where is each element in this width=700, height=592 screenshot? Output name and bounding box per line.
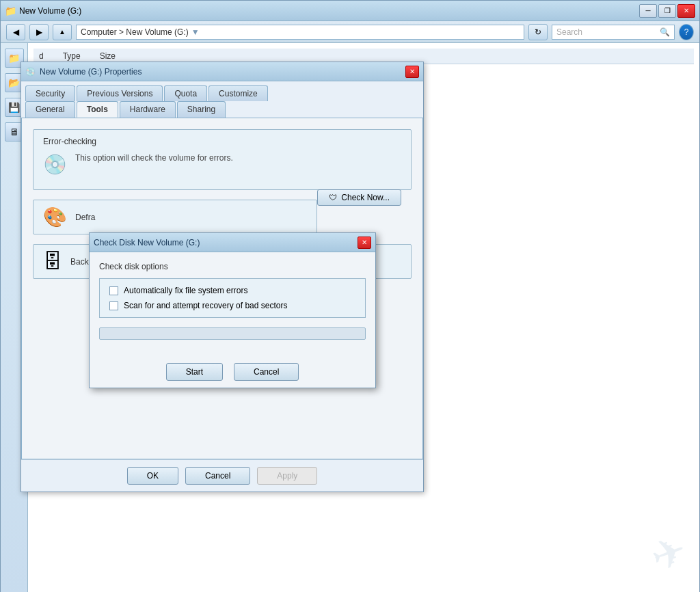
tabs-row-1: Security Previous Versions Quota Customi… — [25, 85, 419, 101]
close-button[interactable]: ✕ — [677, 4, 695, 18]
apply-button[interactable]: Apply — [257, 467, 317, 485]
address-bar: ◀ ▶ ▲ Computer > New Volume (G:) ▼ ↻ Sea… — [1, 21, 699, 43]
refresh-button[interactable]: ↻ — [528, 24, 548, 40]
tab-previous-versions[interactable]: Previous Versions — [77, 85, 163, 101]
tab-general[interactable]: General — [25, 101, 75, 118]
option2-checkbox[interactable] — [109, 301, 118, 310]
tabs-row-2: General Tools Hardware Sharing — [25, 101, 419, 118]
properties-footer: OK Cancel Apply — [21, 459, 423, 492]
tab-customize[interactable]: Customize — [208, 85, 268, 101]
title-bar: 📁 New Volume (G:) ─ ❐ ✕ — [1, 1, 699, 21]
check-disk-footer: Start Cancel — [90, 356, 375, 388]
backup-label: Back — [70, 257, 89, 267]
option2-label: Scan for and attempt recovery of bad sec… — [124, 301, 287, 310]
tab-quota[interactable]: Quota — [164, 85, 207, 101]
check-now-button[interactable]: 🛡 Check Now... — [317, 189, 401, 206]
properties-close-button[interactable]: ✕ — [405, 66, 419, 78]
folder-icon: 📁 — [5, 5, 16, 16]
option1-row: Automatically fix file system errors — [109, 286, 355, 295]
option1-label: Automatically fix file system errors — [124, 286, 247, 295]
restore-button[interactable]: ❐ — [658, 4, 676, 18]
check-disk-body: Check disk options Automatically fix fil… — [90, 252, 375, 356]
ok-button[interactable]: OK — [127, 467, 178, 485]
tab-sharing[interactable]: Sharing — [177, 101, 226, 118]
check-options-box: Automatically fix file system errors Sca… — [99, 278, 366, 318]
check-disk-title-text: Check Disk New Volume (G:) — [94, 238, 200, 247]
tabs-container: Security Previous Versions Quota Customi… — [21, 81, 423, 118]
up-button[interactable]: ▲ — [53, 24, 72, 40]
error-checking-section: Error-checking 💿 This option will check … — [33, 129, 412, 190]
defrag-icon: 🎨 — [43, 206, 67, 228]
forward-button[interactable]: ▶ — [29, 24, 49, 40]
check-disk-close-button[interactable]: ✕ — [358, 237, 371, 249]
start-button[interactable]: Start — [166, 363, 223, 381]
title-bar-buttons: ─ ❐ ✕ — [639, 4, 695, 18]
properties-title-bar: 💿 New Volume (G:) Properties ✕ — [21, 62, 423, 81]
tab-security[interactable]: Security — [25, 85, 75, 101]
address-path[interactable]: Computer > New Volume (G:) ▼ — [76, 25, 524, 40]
title-bar-left: 📁 New Volume (G:) — [5, 5, 81, 16]
error-checking-title: Error-checking — [43, 137, 401, 146]
col-name: d — [36, 50, 46, 62]
defragment-section: 🎨 Defra — [33, 200, 317, 234]
defrag-label: Defra — [75, 213, 95, 222]
minimize-button[interactable]: ─ — [639, 4, 657, 18]
back-button[interactable]: ◀ — [6, 24, 25, 40]
error-checking-row: 💿 This option will check the volume for … — [43, 153, 401, 176]
check-disk-options-label: Check disk options — [99, 262, 366, 271]
cancel-check-button[interactable]: Cancel — [234, 363, 299, 381]
col-type: Type — [60, 50, 83, 62]
error-checking-text: This option will check the volume for er… — [75, 153, 401, 163]
tab-tools[interactable]: Tools — [77, 101, 118, 118]
properties-title-text: 💿 New Volume (G:) Properties — [25, 67, 142, 77]
shield-icon: 🛡 — [329, 193, 337, 202]
cancel-button[interactable]: Cancel — [185, 467, 250, 485]
dropdown-icon: ▼ — [191, 27, 200, 37]
search-icon: 🔍 — [660, 27, 670, 37]
check-disk-dialog: Check Disk New Volume (G:) ✕ Check disk … — [89, 232, 376, 388]
option1-checkbox[interactable] — [109, 286, 118, 295]
disk-icon: 💿 — [25, 67, 36, 77]
explorer-title: New Volume (G:) — [19, 6, 81, 16]
drive-icon: 💿 — [43, 153, 67, 176]
tab-hardware[interactable]: Hardware — [120, 101, 176, 118]
search-box[interactable]: Search 🔍 — [552, 25, 675, 40]
check-disk-title-bar: Check Disk New Volume (G:) ✕ — [90, 233, 375, 252]
progress-bar-container — [99, 327, 366, 340]
backup-icon: 🗄 — [43, 250, 62, 273]
option2-row: Scan for and attempt recovery of bad sec… — [109, 301, 355, 310]
help-button[interactable]: ? — [679, 24, 694, 40]
col-size: Size — [97, 50, 118, 62]
